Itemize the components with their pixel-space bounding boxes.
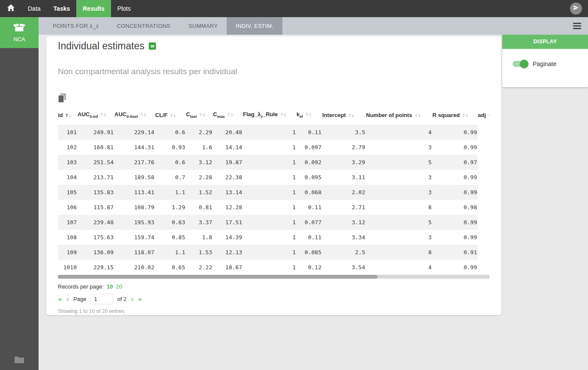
table-cell: 1.1 [155,245,186,260]
tab-summary[interactable]: SUMMARY [180,17,227,35]
column-header-k-el[interactable]: kel↑↓ [297,105,322,125]
paper-plane-icon [573,5,579,12]
tab-points-for-lambda-z[interactable]: POINTS FOR λ_z [44,17,108,35]
sort-icon[interactable]: ↑↓ [280,112,286,117]
column-header-intercept[interactable]: Intercept↑↓ [322,105,366,125]
sort-icon[interactable]: ↑↓ [488,113,490,118]
sort-icon[interactable]: ↑↓ [414,113,421,118]
table-cell: 22.38 [213,170,243,185]
table-cell: 0.097 [297,140,322,155]
paginate-toggle-row: Paginate [502,49,588,67]
page-size-20[interactable]: 20 [116,283,122,290]
table-cell: 113.41 [114,185,155,200]
table-cell: 3 [366,230,432,245]
table-cell: 2.79 [322,140,366,155]
last-page-icon[interactable]: » [138,296,142,303]
table-cell: 107 [58,215,78,230]
table-cell: 1.52 [186,185,213,200]
module-badge-nca[interactable]: NCA [0,17,39,48]
table-cell: 1 [243,215,297,230]
pagination: « ‹ Page of 2 › » [58,294,490,305]
scrollbar-thumb[interactable] [58,275,378,279]
table-row: 108175.63159.740.851.814.3910.113.3430.9… [58,230,490,245]
records-per-page: Records per page: 10 20 [58,283,490,290]
table-cell: 0.068 [297,185,322,200]
sort-icon[interactable]: ↑↓ [348,113,354,118]
table-cell: 0.99 [432,215,478,230]
table-cell: 0.81 [186,200,213,215]
table-cell: 1.6 [186,140,213,155]
page-number-input[interactable] [91,294,113,304]
table-cell: 1 [243,260,297,275]
nav-item-tasks[interactable]: Tasks [47,0,77,17]
column-header-c-last[interactable]: Clast↑↓ [186,105,213,125]
column-header-adj[interactable]: adj↑↓ [478,105,490,125]
column-header-auc-0-inf[interactable]: AUC0-inf↑↓ [78,105,114,125]
sort-icon[interactable]: ↑↓ [170,113,176,118]
prev-page-icon[interactable]: ‹ [66,296,69,303]
left-sidebar: NCA [0,17,39,370]
sort-icon[interactable]: ↑↓ [227,112,233,117]
table-cell: 3.34 [322,230,366,245]
page-size-10[interactable]: 10 [107,283,113,290]
table-cell: 1.29 [155,200,186,215]
box-open-icon [13,23,26,34]
sort-icon[interactable]: ↑↓ [305,112,312,117]
table-header-row: id↑↓AUC0-inf↑↓AUC0-tlast↑↓CL/F↑↓Clast↑↓C… [58,105,490,125]
tab-concentrations[interactable]: CONCENTRATIONS [108,17,180,35]
page-title: Individual estimates [58,41,144,51]
table-cell: 12.28 [213,200,243,215]
next-page-icon[interactable]: › [131,296,133,303]
sort-icon[interactable]: ↑↓ [100,112,106,117]
table-cell: 0.99 [432,230,478,245]
home-button[interactable] [0,0,21,17]
nav-item-plots[interactable]: Plots [111,0,137,17]
column-header-id[interactable]: id↑↓ [58,105,78,125]
table-cell: 0.095 [297,170,322,185]
table-cell: 115.87 [78,200,114,215]
horizontal-scrollbar[interactable] [58,275,490,279]
column-header-flag-lambda-z-rule[interactable]: Flag_λz_Rule↑↓ [243,105,297,125]
sort-icon[interactable]: ↑↓ [199,112,205,117]
tab-indiv-estim[interactable]: INDIV. ESTIM. [227,17,282,35]
table-cell: 3.29 [322,155,366,170]
menu-hamburger-icon[interactable] [573,21,581,31]
nav-item-data[interactable]: Data [21,0,47,17]
table-cell: 20.48 [213,125,243,140]
card-subtitle: Non compartmental analysis results per i… [58,67,490,76]
nav-item-results[interactable]: Results [76,0,111,17]
display-panel-header: DISPLAY [502,35,588,49]
feedback-send-button[interactable] [570,3,582,15]
table-row: 1010229.15210.020.652.2218.6710.123.5440… [58,260,490,275]
column-header-c-max[interactable]: Cmax↑↓ [213,105,243,125]
table-cell: 3 [366,140,432,155]
folder-icon[interactable] [15,356,24,365]
home-icon [7,4,15,13]
paginate-toggle[interactable] [513,61,527,67]
word-export-icon[interactable]: w [149,42,156,50]
table-cell: 13.14 [213,185,243,200]
card-title-row: Individual estimates w [58,41,490,51]
column-header-cl-f[interactable]: CL/F↑↓ [155,105,186,125]
table-cell: 0.99 [432,185,478,200]
sort-icon[interactable]: ↑↓ [65,113,72,118]
table-cell: 8 [366,245,432,260]
page-of-label: of 2 [117,296,127,302]
first-page-icon[interactable]: « [58,296,62,303]
table-cell: 1 [243,125,297,140]
table-cell: 0.99 [432,260,478,275]
sort-icon[interactable]: ↑↓ [462,113,468,118]
table-cell: 104 [58,170,78,185]
table-cell: 105 [58,185,78,200]
column-header-auc-0-tlast[interactable]: AUC0-tlast↑↓ [114,105,155,125]
table-cell: 2.5 [322,245,366,260]
table-cell: 14.39 [213,230,243,245]
table-row: 104213.71189.580.72.2822.3810.0953.1130.… [58,170,490,185]
column-header-r-squared[interactable]: R squared↑↓ [432,105,478,125]
table-cell: 5 [366,155,432,170]
table-row: 109136.09118.071.11.5312.1310.0852.580.9… [58,245,490,260]
sort-icon[interactable]: ↑↓ [140,112,147,117]
column-header-number-of-points[interactable]: Number of points↑↓ [366,105,432,125]
table-cell: 14.14 [213,140,243,155]
copy-icon[interactable] [58,93,67,103]
